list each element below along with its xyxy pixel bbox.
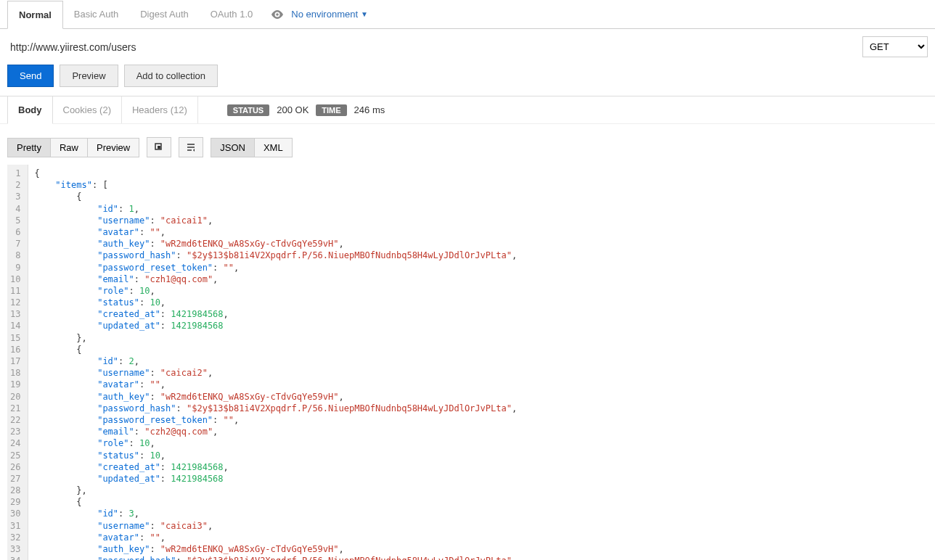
format-xml-button[interactable]: XML (255, 138, 293, 157)
svg-point-0 (276, 13, 279, 16)
copy-icon[interactable] (147, 137, 171, 157)
add-to-collection-button[interactable]: Add to collection (124, 65, 218, 87)
eye-icon[interactable] (271, 10, 284, 19)
auth-tab-digest[interactable]: Digest Auth (129, 0, 200, 28)
auth-tab-basic[interactable]: Basic Auth (63, 0, 129, 28)
time-label-badge: TIME (316, 104, 346, 116)
send-button[interactable]: Send (7, 65, 54, 87)
response-tab-cookies[interactable]: Cookies (2) (53, 96, 122, 123)
url-input[interactable] (7, 37, 857, 57)
response-tab-body[interactable]: Body (7, 96, 53, 124)
status-label-badge: STATUS (227, 104, 269, 116)
environment-label: No environment (291, 9, 358, 20)
response-tab-headers[interactable]: Headers (12) (122, 96, 198, 123)
response-body-code: 1234567891011121314151617181920212223242… (0, 165, 935, 560)
auth-tab-normal[interactable]: Normal (7, 1, 63, 29)
time-value: 246 ms (354, 104, 385, 115)
caret-down-icon: ▼ (361, 10, 368, 18)
format-raw-button[interactable]: Raw (51, 138, 88, 157)
format-pretty-button[interactable]: Pretty (7, 138, 51, 157)
preview-button[interactable]: Preview (60, 65, 118, 87)
status-value: 200 OK (277, 104, 309, 115)
environment-dropdown[interactable]: No environment ▼ (291, 9, 368, 20)
wrap-icon[interactable] (179, 137, 203, 157)
auth-tab-oauth[interactable]: OAuth 1.0 (200, 0, 264, 28)
format-preview-button[interactable]: Preview (88, 138, 139, 157)
http-method-select[interactable]: GET (862, 36, 928, 57)
svg-rect-2 (158, 146, 160, 149)
format-json-button[interactable]: JSON (211, 138, 255, 157)
